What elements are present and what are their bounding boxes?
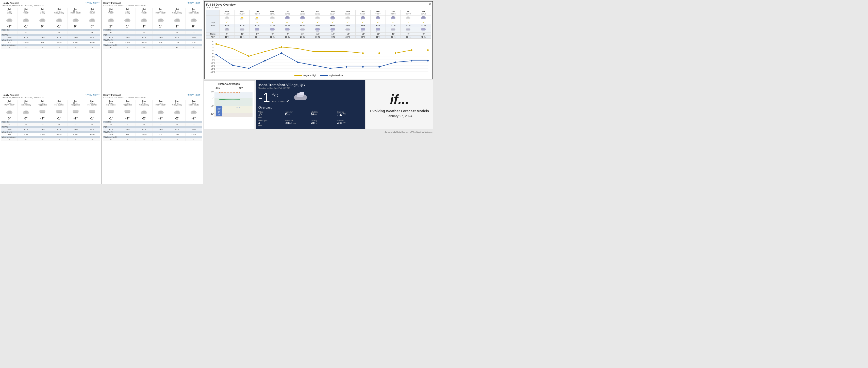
night-pop-1: 30 % [235,35,250,39]
prev-btn-tl[interactable]: ‹ PREV [85,2,92,4]
night-label [206,27,220,32]
svg-point-165 [264,60,266,61]
pop-row: 30 %30 %30 %30 %30 %30 % [1,128,100,131]
pop-col-0: 30 % [103,128,119,131]
gust-col-2: 3 [136,138,152,141]
hourly-label-tr: Hourly Forecast [103,2,146,5]
temp-unit: °C [272,93,278,98]
next-btn-br[interactable]: NEXT › [195,94,201,96]
feels-col-0: -2 [103,123,119,126]
temp-col-1: -1° [119,116,136,121]
hour-day: Sat [84,8,100,10]
svg-rect-9 [74,19,78,21]
hour-time: 7 pm [1,102,18,104]
next-btn-tl[interactable]: NEXT › [93,2,100,4]
cloud-icon [190,110,197,115]
cloud-icon [107,18,115,23]
gust-col-5: 9 [186,46,202,49]
feels-like-label: FEELS LIKE [272,100,285,103]
night-pop-3: 30 % [265,35,280,39]
night-icon-4 [280,27,295,32]
wind-col-5: 2 NE [186,133,202,136]
icon-col-5 [84,109,100,116]
svg-rect-3 [24,19,28,21]
hour-time: 3 am [136,102,152,104]
hour-time: 8 pm [18,102,34,104]
day-temp-row: Day 2° -1° -6° -3° 0° -1° -3° -3° -3° -4… [206,21,431,24]
svg-rect-37 [89,110,95,112]
hour-condition: Cloudy [84,12,100,17]
pop-col-5: 30 % [84,36,100,39]
svg-rect-32 [56,112,62,113]
svg-rect-5 [41,19,44,21]
fog-icon [124,110,131,115]
prev-btn-br[interactable]: ‹ PREV [187,94,194,96]
night-temp-label: Night [206,32,220,35]
hourly-columns-tl: Sat 7 am Cloudy Sat 8 am Cloudy Sat 9 am… [1,8,100,49]
hour-time: 4 am [153,102,169,104]
icon-col-0 [103,17,119,24]
close-btn[interactable]: ✕ [429,3,431,6]
day-pop-row: POP 30 % 30 % 30 % 20 % 60 % 60 % 30 % 6… [206,24,431,27]
hour-time: 11 am [67,10,84,12]
svg-rect-116 [361,28,365,30]
prev-btn-tr[interactable]: ‹ PREV [187,2,194,4]
chart-legend: Daytime high Nighttime low [206,74,431,77]
icon-col-1 [119,109,136,116]
gust-col-5: 6 [84,138,100,141]
hourly-section-bottom-right: Hourly Forecast SATURDAY, JANUARY 27 - T… [101,92,203,184]
gust-value-row: 4 km/h [258,122,284,127]
day-temp-3: -3° [265,21,280,24]
humidity-unit: % [288,114,289,116]
hour-condition: Cloudy [119,12,135,17]
feels-col-0: -2 [1,123,18,126]
condition-text: Overcast [258,106,363,109]
next-btn-bl[interactable]: NEXT › [93,94,100,96]
day-pop-7: 60 % [325,24,340,27]
feels-col-1: -1 [18,31,34,34]
icon-col-5 [186,17,202,24]
if-subtitle: Evolving Weather Forecast Models [370,109,429,113]
temp-col-3: -2° [153,116,169,121]
hour-col-0: Sat 1 pm Cloudy [103,8,119,17]
visibility-detail: Visibility 26 km [311,111,336,118]
col-fri-02: Fri02/02 [295,10,310,16]
temp-col-0: -1° [1,24,18,29]
day-temp-0: 2° [220,21,235,24]
hour-day: Sat [34,100,51,102]
feels-col-4: -1 [67,31,84,34]
next-btn-tr[interactable]: NEXT › [195,2,201,4]
svg-rect-112 [331,28,335,30]
day-pop-5: 60 % [295,24,310,27]
wind-col-4: 4 SW [67,133,84,136]
night-icon-10 [371,27,386,32]
hour-col-1: Sat 2 pm Cloudy [119,8,136,17]
feels-col-3: -3 [51,123,67,126]
svg-rect-15 [126,19,129,21]
gust-section-label: Wind gust (km/h) [1,136,100,138]
icon-col-0 [103,109,119,116]
historic-panel: Historic Averages: JAN FEB 25° 9° -7° -2… [204,80,255,130]
day-icon-9 [355,16,371,21]
prev-btn-bl[interactable]: ‹ PREV [85,94,92,96]
pop-row: 30 %30 %30 %30 %30 %30 % [103,36,202,39]
feels-col-3: -2 [153,123,169,126]
hour-time: 10 pm [51,102,67,104]
day-temp-11: -4° [385,21,401,24]
svg-text:-23°: -23° [210,113,214,115]
pop-section-label: POP % [103,126,202,128]
svg-line-105 [287,31,287,31]
hour-time: 4 pm [153,10,169,12]
svg-text:-2°C: -2°C [211,50,215,52]
pop-section-label: POP % [103,34,202,36]
hour-condition: Mainly cloudy [136,104,152,109]
pop-section-label: POP % [1,126,100,128]
hour-time: 5 am [169,102,185,104]
feels-col-5: -2 [186,31,202,34]
night-pop-7: 40 % [325,35,340,39]
temp-col-2: -2° [136,116,152,121]
night-icons-row [206,27,431,32]
svg-point-158 [378,52,380,54]
pop-col-2: 30 % [136,128,152,131]
hour-day: Sat [186,8,202,10]
